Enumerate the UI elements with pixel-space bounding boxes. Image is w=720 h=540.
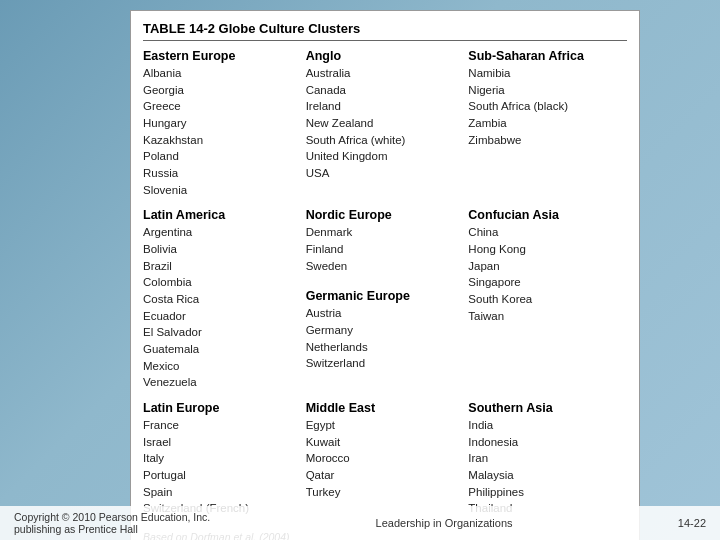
cluster-heading-latin-europe: Latin Europe [143, 401, 302, 415]
cluster-latin-america: Latin America Argentina Bolivia Brazil C… [143, 208, 302, 391]
cluster-anglo: Anglo Australia Canada Ireland New Zeala… [306, 49, 465, 198]
cluster-heading-eastern-europe: Eastern Europe [143, 49, 302, 63]
cluster-confucian: Confucian Asia China Hong Kong Japan Sin… [468, 208, 627, 391]
cluster-heading-germanic: Germanic Europe [306, 289, 465, 303]
cluster-latin-europe: Latin Europe France Israel Italy Portuga… [143, 401, 302, 517]
table-title: TABLE 14-2 Globe Culture Clusters [143, 21, 627, 41]
clusters-row-1: Eastern Europe Albania Georgia Greece Hu… [143, 49, 627, 208]
cluster-heading-latin-america: Latin America [143, 208, 302, 222]
footer-bar: Copyright © 2010 Pearson Education, Inc.… [0, 506, 720, 540]
table-container: TABLE 14-2 Globe Culture Clusters Easter… [130, 10, 640, 540]
cluster-heading-southern-asia: Southern Asia [468, 401, 627, 415]
cluster-nordic: Nordic Europe Denmark Finland Sweden Ger… [306, 208, 465, 391]
clusters-row-2: Latin America Argentina Bolivia Brazil C… [143, 208, 627, 401]
footer-center: Leadership in Organizations [376, 517, 513, 529]
cluster-heading-sub-saharan: Sub-Saharan Africa [468, 49, 627, 63]
cluster-middle-east: Middle East Egypt Kuwait Morocco Qatar T… [306, 401, 465, 517]
footer-left: Copyright © 2010 Pearson Education, Inc.… [14, 511, 210, 535]
cluster-heading-nordic: Nordic Europe [306, 208, 465, 222]
cluster-heading-confucian: Confucian Asia [468, 208, 627, 222]
page-wrapper: TABLE 14-2 Globe Culture Clusters Easter… [0, 0, 720, 540]
cluster-sub-saharan: Sub-Saharan Africa Namibia Nigeria South… [468, 49, 627, 198]
cluster-heading-anglo: Anglo [306, 49, 465, 63]
footer-right: 14-22 [678, 517, 706, 529]
cluster-heading-middle-east: Middle East [306, 401, 465, 415]
cluster-southern-asia: Southern Asia India Indonesia Iran Malay… [468, 401, 627, 517]
cluster-eastern-europe: Eastern Europe Albania Georgia Greece Hu… [143, 49, 302, 198]
